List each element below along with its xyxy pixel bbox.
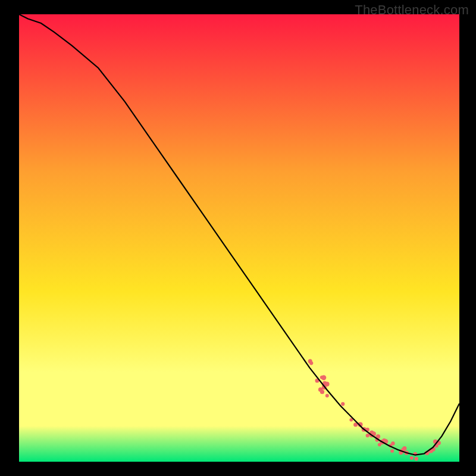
dot	[415, 457, 418, 461]
dot	[320, 390, 324, 394]
bottleneck-chart	[0, 0, 476, 476]
dot	[383, 439, 386, 442]
chart-stage: TheBottleneck.com	[0, 0, 476, 476]
dot	[320, 375, 324, 379]
dot	[341, 402, 345, 406]
dot	[325, 394, 329, 397]
attribution-text: TheBottleneck.com	[355, 2, 469, 18]
dot	[410, 456, 414, 460]
dot	[366, 434, 369, 437]
dot	[309, 361, 313, 365]
dot	[390, 449, 394, 453]
plot-background	[19, 14, 459, 462]
